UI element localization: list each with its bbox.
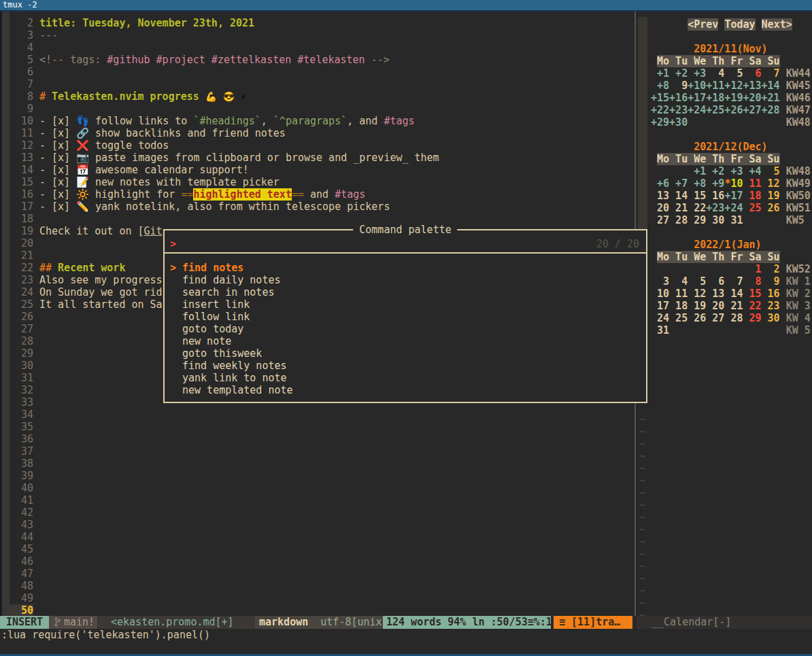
palette-item[interactable]: find weekly notes: [165, 360, 646, 372]
calendar-week-row[interactable]: 20 21 22+23+24 25 26 KW51: [651, 202, 811, 214]
buffer-line[interactable]: 45: [0, 543, 635, 555]
palette-item[interactable]: search in notes: [165, 286, 646, 298]
palette-prompt[interactable]: >: [170, 238, 176, 250]
buffer-line[interactable]: 41: [0, 494, 635, 506]
buffer-line[interactable]: 42: [0, 506, 635, 519]
palette-item[interactable]: goto thisweek: [165, 347, 646, 360]
titlebar-text: tmux -2: [3, 0, 37, 10]
buffer-line[interactable]: 10- [x] 👣 follow links to `#headings`, `…: [0, 115, 635, 127]
calendar-week-row[interactable]: 1 2 KW52: [651, 263, 811, 275]
command-line[interactable]: :lua require('telekasten').panel(): [1, 629, 210, 641]
buffer-line[interactable]: 36: [0, 433, 635, 445]
buffer-line[interactable]: 38: [0, 458, 635, 470]
message-line: -- INSERT -- 1,3 All: [0, 641, 812, 654]
line-number: 23: [10, 274, 33, 286]
empty-line-tilde: ~: [639, 523, 645, 536]
filetype-encoding-segment: markdown utf-8[unix]: [255, 616, 383, 629]
buffer-line[interactable]: 17- [x] ✏️ yank notelink, also from wthi…: [0, 201, 635, 213]
calendar-week-row[interactable]: +29+30 KW48: [651, 116, 811, 128]
buffer-line[interactable]: 49: [0, 592, 635, 604]
palette-item[interactable]: new templated note: [165, 384, 646, 396]
scrollbar[interactable]: [638, 17, 647, 229]
buffer-line[interactable]: 50: [0, 604, 635, 617]
calendar-week-row[interactable]: 24 25 26 27 28 29 30 KW 4: [651, 312, 811, 324]
line-text: - [x] 👣 follow links to `#headings`, `^p…: [39, 115, 415, 127]
palette-item[interactable]: insert link: [165, 298, 646, 311]
buffer-line[interactable]: 3---: [0, 29, 635, 41]
line-number: 15: [10, 176, 33, 188]
calendar-week-row[interactable]: 27 28 29 30 31 KW5: [651, 214, 805, 226]
buffer-line[interactable]: 44: [0, 531, 635, 543]
palette-divider: [165, 252, 646, 254]
line-segment: ,: [261, 115, 273, 127]
line-number: 50: [10, 604, 33, 617]
line-text: title: Tuesday, November 23th, 2021: [39, 17, 254, 29]
calendar-week-number: KW 4: [780, 312, 811, 324]
buffer-line[interactable]: 7: [0, 78, 635, 90]
calendar-today-button[interactable]: Today: [724, 18, 755, 31]
calendar-days: +23+24: [706, 202, 743, 214]
buffer-line[interactable]: 47: [0, 568, 635, 580]
palette-item[interactable]: yank link to note: [165, 372, 646, 384]
calendar-prev-button[interactable]: <Prev: [688, 18, 718, 31]
line-number: 12: [10, 139, 33, 152]
buffer-line[interactable]: 2title: Tuesday, November 23th, 2021: [0, 17, 635, 29]
calendar-days: 13 14 15 16: [651, 190, 724, 202]
calendar-week-row[interactable]: 3 4 5 6 7 8 9 KW 1: [651, 275, 811, 288]
calendar-week-row[interactable]: +15+16+17+18+19+20+21 KW46: [651, 92, 811, 104]
line-segment: #tags: [384, 115, 414, 127]
line-segment: -->: [365, 54, 390, 66]
buffer-line[interactable]: 6: [0, 66, 635, 78]
buffer-line[interactable]: 16- [x] 🔆 highlight for ==highlighted te…: [0, 188, 635, 201]
buffer-line[interactable]: 13- [x] 📷 paste images from clipboard or…: [0, 152, 635, 164]
month-title: 2021/12(Dec): [694, 141, 767, 153]
buffer-line[interactable]: 11- [x] 🔗 show backlinks and friend note…: [0, 127, 635, 139]
buffer-line[interactable]: 14- [x] 📅 awesome calendar support!: [0, 164, 635, 176]
line-text: Check it out on [Git: [39, 225, 163, 237]
calendar-days: 22: [743, 300, 761, 312]
buffer-line[interactable]: 8# Telekasten.nvim progress 💪 😎 ⚡: [0, 90, 635, 103]
calendar-week-row[interactable]: 10 11 12 13 14 15 16 KW 2: [651, 288, 811, 300]
calendar-week-row[interactable]: 13 14 15 16+17 18 19 KW50: [651, 190, 811, 202]
line-number: 45: [10, 543, 33, 555]
buffer-line[interactable]: 18: [0, 213, 635, 225]
buffer-line[interactable]: 39: [0, 470, 635, 482]
buffer-line[interactable]: 12- [x] ❌ toggle todos: [0, 139, 635, 152]
buffer-line[interactable]: 40: [0, 482, 635, 494]
palette-item[interactable]: new note: [165, 335, 646, 347]
buffer-tab-segment[interactable]: ≡ [11]tra…: [554, 616, 632, 629]
tmux-titlebar: tmux -2: [0, 0, 812, 10]
palette-item[interactable]: >find notes: [165, 262, 646, 274]
calendar-week-row[interactable]: +6 +7 +8 +9*10 11 12 KW49: [651, 177, 811, 190]
calendar-week-row[interactable]: 17 18 19 20 21 22 23 KW 3: [651, 300, 811, 312]
buffer-line[interactable]: 48: [0, 580, 635, 592]
line-number: 18: [10, 213, 33, 225]
palette-item[interactable]: goto today: [165, 323, 646, 335]
calendar-days: 31: [651, 324, 669, 336]
calendar-week-row[interactable]: +1 +2 +3 +4 5 KW48: [651, 165, 811, 177]
calendar-days: 10: [730, 177, 743, 190]
palette-item-label: yank link to note: [182, 372, 287, 384]
buffer-line[interactable]: 4: [0, 41, 635, 54]
palette-item[interactable]: follow link: [165, 311, 646, 323]
palette-item[interactable]: find daily notes: [165, 274, 646, 286]
buffer-line[interactable]: 37: [0, 445, 635, 458]
calendar-week-row[interactable]: +1 +2 +3 4 5 6 7 KW44: [651, 67, 811, 80]
calendar-statusline: __Calendar[-]: [637, 616, 812, 629]
calendar-week-row[interactable]: 31 KW 5: [651, 324, 811, 336]
calendar-next-button[interactable]: Next>: [762, 18, 792, 31]
buffer-line[interactable]: 34: [0, 409, 635, 421]
calendar-week-row[interactable]: +22+23+24+25+26+27+28 KW47: [651, 104, 811, 116]
calendar-days: 16: [762, 288, 780, 300]
line-text: It all started on Sa: [39, 298, 163, 311]
calendar-days: 17 18 19 20 21: [651, 300, 743, 312]
buffer-line[interactable]: 9: [0, 103, 635, 115]
buffer-line[interactable]: 43: [0, 519, 635, 531]
buffer-line[interactable]: 5<!-- tags: #github #project #zettelkast…: [0, 54, 635, 66]
calendar-week-row[interactable]: +8 9+10+11+12+13+14 KW45: [651, 80, 811, 92]
buffer-line[interactable]: 46: [0, 555, 635, 568]
calendar-week-number: KW 2: [780, 288, 811, 300]
buffer-line[interactable]: 15- [x] 📝 new notes with template picker: [0, 176, 635, 188]
calendar-days: +15+16+17+18+19+20+21: [651, 92, 780, 104]
buffer-line[interactable]: 35: [0, 421, 635, 433]
